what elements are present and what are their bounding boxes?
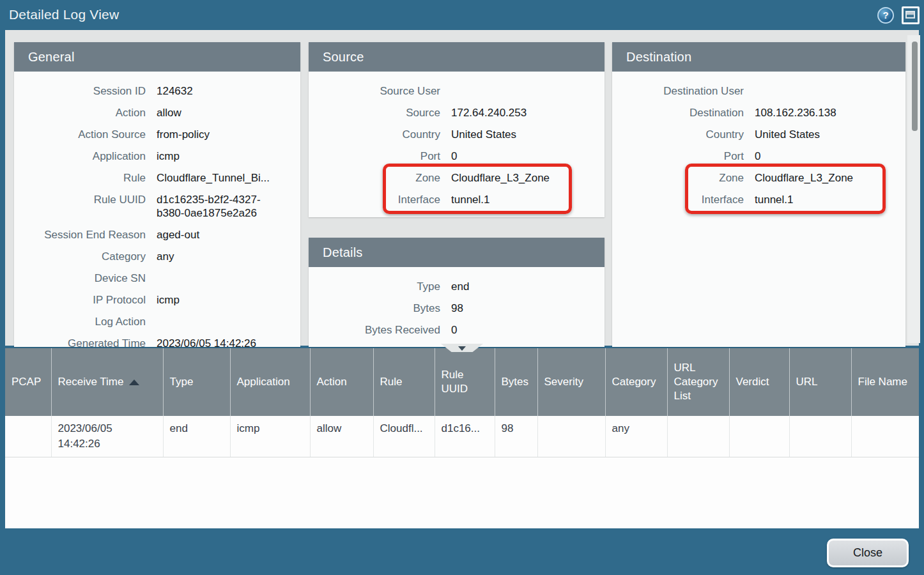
field-value: allow — [157, 106, 278, 119]
field-session-end-reason: Session End Reasonaged-out — [14, 224, 300, 245]
cell-verdict — [729, 416, 789, 457]
field-value: 172.64.240.253 — [451, 106, 579, 119]
field-action-source: Action Sourcefrom-policy — [14, 123, 300, 145]
column-label: URL Category List — [674, 362, 718, 402]
field-label: Type — [309, 280, 440, 293]
destination-panel: Destination Destination User Destination… — [612, 42, 905, 347]
general-panel: General Session ID124632 Actionallow Act… — [14, 42, 300, 347]
field-ip-protocol: IP Protocolicmp — [14, 289, 300, 310]
field-value: United States — [755, 128, 882, 141]
column-label: Rule UUID — [442, 369, 468, 395]
field-port: Port0 — [612, 145, 905, 167]
cell-category: any — [605, 416, 667, 457]
field-label: Interface — [612, 193, 744, 206]
field-value: tunnel.1 — [755, 193, 882, 206]
column-label: Application — [237, 376, 290, 388]
details-panel-header: Details — [309, 238, 604, 267]
log-table-header-row: PCAP Receive Time Type Application Actio… — [5, 348, 919, 416]
field-interface: Interfacetunnel.1 — [309, 188, 604, 210]
column-header-url-category-list[interactable]: URL Category List — [667, 348, 729, 416]
field-label: Country — [309, 128, 440, 141]
field-rule-uuid: Rule UUIDd1c16235-b2f2-4327-b380-0ae1875… — [14, 188, 300, 224]
field-log-action: Log Action — [14, 310, 300, 332]
chevron-down-icon — [458, 346, 466, 351]
column-header-type[interactable]: Type — [163, 348, 230, 416]
cell-url — [789, 416, 851, 457]
field-label: Rule — [14, 171, 146, 185]
column-label: Action — [317, 376, 347, 388]
field-type: Typeend — [309, 275, 604, 297]
close-button[interactable]: Close — [827, 539, 909, 567]
column-header-bytes[interactable]: Bytes — [495, 348, 537, 416]
field-bytes-received: Bytes Received0 — [309, 319, 604, 341]
field-label: Port — [612, 150, 744, 163]
general-panel-header: General — [14, 42, 300, 72]
field-value: Cloudflare_L3_Zone — [755, 171, 882, 185]
column-label: Bytes — [502, 376, 529, 388]
source-panel: Source Source User Source172.64.240.253 … — [309, 42, 604, 217]
help-icon[interactable]: ? — [877, 7, 894, 24]
field-label: Bytes — [309, 302, 440, 315]
field-label: Source — [309, 106, 440, 119]
field-value: 98 — [451, 302, 579, 315]
field-rule: RuleCloudflare_Tunnel_Bi... — [14, 167, 300, 188]
source-panel-body: Source User Source172.64.240.253 Country… — [309, 72, 604, 210]
field-device-sn: Device SN — [14, 267, 300, 289]
field-value — [451, 84, 579, 98]
general-panel-body: Session ID124632 Actionallow Action Sour… — [14, 72, 300, 347]
column-header-file-name[interactable]: File Name — [851, 348, 919, 416]
cell-action: allow — [310, 416, 373, 457]
field-label: Interface — [309, 193, 440, 206]
column-header-receive-time[interactable]: Receive Time — [51, 348, 163, 416]
column-header-application[interactable]: Application — [230, 348, 310, 416]
field-label: IP Protocol — [14, 293, 146, 307]
field-value: end — [451, 280, 579, 293]
field-label: Rule UUID — [14, 193, 146, 220]
column-header-verdict[interactable]: Verdict — [729, 348, 789, 416]
sort-ascending-icon — [129, 379, 139, 385]
field-label: Action Source — [14, 128, 146, 141]
field-value: icmp — [157, 150, 278, 163]
maximize-icon-glyph — [905, 11, 915, 19]
field-value — [157, 272, 278, 285]
cell-file-name — [851, 416, 919, 457]
column-header-category[interactable]: Category — [605, 348, 667, 416]
field-value: 0 — [451, 150, 579, 163]
cell-application: icmp — [230, 416, 310, 457]
column-label: Type — [170, 376, 194, 388]
log-table-row[interactable]: 2023/06/05 14:42:26 end icmp allow Cloud… — [5, 416, 919, 457]
dialog-footer: Close — [0, 528, 924, 575]
field-value: 0 — [451, 323, 579, 337]
field-label: Zone — [612, 171, 744, 185]
cell-type: end — [163, 416, 230, 457]
panels-scrollbar-thumb[interactable] — [912, 42, 918, 131]
column-header-rule-uuid[interactable]: Rule UUID — [435, 348, 495, 416]
maximize-icon[interactable] — [902, 6, 920, 24]
cell-receive-time: 2023/06/05 14:42:26 — [51, 416, 163, 457]
field-source-user: Source User — [309, 80, 604, 102]
field-country: CountryUnited States — [309, 123, 604, 145]
details-panel-body: Typeend Bytes98 Bytes Received0 — [309, 267, 604, 341]
field-label: Application — [14, 150, 146, 163]
field-label: Bytes Received — [309, 323, 440, 337]
column-header-pcap[interactable]: PCAP — [5, 348, 51, 416]
field-application: Applicationicmp — [14, 145, 300, 167]
column-header-rule[interactable]: Rule — [373, 348, 435, 416]
field-action: Actionallow — [14, 102, 300, 123]
cell-bytes: 98 — [495, 416, 537, 457]
field-label: Generated Time — [14, 337, 146, 348]
cell-rule: Cloudfl... — [373, 416, 435, 457]
field-label: Destination User — [612, 84, 744, 98]
field-value: United States — [451, 128, 579, 141]
column-header-url[interactable]: URL — [789, 348, 851, 416]
field-country: CountryUnited States — [612, 123, 905, 145]
field-value: icmp — [157, 293, 278, 307]
column-header-action[interactable]: Action — [310, 348, 373, 416]
column-header-severity[interactable]: Severity — [537, 348, 605, 416]
field-value — [755, 84, 882, 98]
field-value: d1c16235-b2f2-4327-b380-0ae1875e2a26 — [157, 193, 278, 220]
field-interface: Interfacetunnel.1 — [612, 188, 905, 210]
field-label: Action — [14, 106, 146, 119]
details-panel: Details Typeend Bytes98 Bytes Received0 — [309, 238, 604, 347]
field-label: Country — [612, 128, 744, 141]
